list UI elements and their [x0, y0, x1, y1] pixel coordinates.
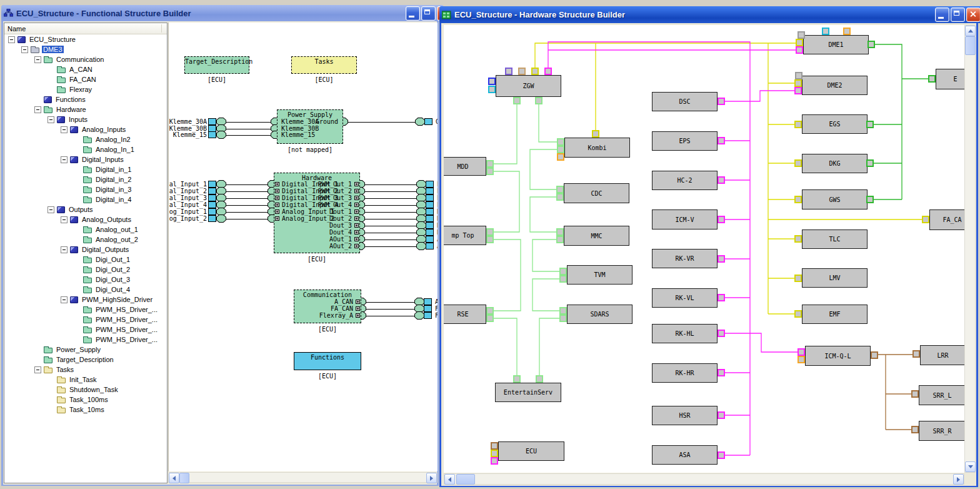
hardware-builder-titlebar[interactable]: ECU_Structure - Hardware Structure Build…	[439, 6, 980, 23]
node-TVM[interactable]: TVM	[567, 265, 632, 285]
tree-item-Digital_Outputs[interactable]: Digital_Outputs	[4, 245, 167, 255]
bus-port-y[interactable]	[794, 159, 802, 167]
bus-port-g[interactable]	[928, 75, 936, 83]
bus-port-y[interactable]	[796, 39, 803, 46]
tree-item-Tasks[interactable]: Tasks	[4, 365, 167, 375]
minimize-button[interactable]	[406, 6, 420, 21]
port-glyph[interactable]	[354, 182, 359, 186]
connector-port[interactable]	[416, 242, 426, 250]
node-DKG[interactable]: DKG	[802, 154, 868, 173]
bus-port-m[interactable]	[544, 68, 552, 75]
tree-item-Task_100ms[interactable]: Task_100ms	[4, 395, 167, 405]
bus-port-lg[interactable]	[559, 275, 567, 283]
bus-port-m[interactable]	[491, 457, 498, 465]
tree-item-Power_Supply[interactable]: Power_Supply	[4, 345, 167, 355]
hardware-hscrollbar[interactable]	[444, 473, 964, 485]
bus-port-m[interactable]	[798, 348, 805, 356]
expand-toggle[interactable]	[34, 106, 41, 113]
port-glyph[interactable]	[354, 203, 359, 207]
tree-item-PWM_HighSide_Driver[interactable]: PWM_HighSide_Driver	[4, 295, 167, 305]
port-glyph[interactable]	[354, 244, 359, 248]
signal-terminal[interactable]	[426, 215, 434, 222]
expand-toggle[interactable]	[61, 126, 68, 133]
bus-port-lg[interactable]	[486, 168, 494, 175]
expand-toggle[interactable]	[61, 246, 68, 253]
bus-port-lg[interactable]	[556, 186, 564, 193]
node-HSR[interactable]: HSR	[652, 406, 718, 425]
expand-toggle[interactable]	[61, 216, 68, 223]
port-glyph[interactable]	[356, 300, 360, 304]
bus-port-y[interactable]	[794, 121, 802, 128]
bus-port-y[interactable]	[794, 275, 802, 282]
node-RSE[interactable]: RSE	[444, 305, 486, 324]
node-LRR[interactable]: LRR	[920, 345, 964, 365]
node-SRR_L[interactable]: SRR_L	[919, 385, 964, 405]
bus-port-p[interactable]	[505, 68, 512, 75]
tree-item-PWM_HS_Driver_...[interactable]: PWM_HS_Driver_...	[4, 305, 167, 315]
scroll-up-button[interactable]	[965, 26, 976, 36]
signal-terminal[interactable]	[208, 215, 216, 222]
connector-port[interactable]	[414, 311, 424, 320]
scroll-down-button[interactable]	[965, 461, 976, 472]
node-SRR_R[interactable]: SRR_R	[919, 421, 964, 441]
signal-terminal[interactable]	[424, 312, 432, 319]
bus-port-m[interactable]	[718, 98, 725, 105]
bus-port-lg[interactable]	[556, 236, 564, 243]
bus-port-gy[interactable]	[795, 72, 802, 79]
bus-port-br[interactable]	[491, 442, 498, 450]
scroll-thumb[interactable]	[179, 473, 189, 483]
node-ECU[interactable]: ECU	[498, 441, 564, 461]
port-glyph[interactable]	[356, 313, 360, 318]
expand-toggle[interactable]	[61, 156, 68, 163]
bus-port-m[interactable]	[718, 330, 725, 337]
bus-port-br[interactable]	[871, 351, 878, 359]
bus-port-lg[interactable]	[557, 138, 564, 146]
signal-terminal[interactable]	[426, 229, 434, 236]
node-RK-HR[interactable]: RK-HR	[652, 363, 718, 383]
node-E[interactable]: E	[936, 69, 964, 89]
node-EMF[interactable]: EMF	[802, 305, 868, 324]
bus-port-lg[interactable]	[559, 315, 567, 322]
node-SDARS[interactable]: SDARS	[567, 305, 632, 324]
bus-port-m[interactable]	[718, 411, 725, 419]
signal-terminal[interactable]	[426, 243, 434, 250]
bus-port-y[interactable]	[794, 235, 802, 243]
signal-terminal[interactable]	[424, 305, 432, 312]
bus-port-o[interactable]	[798, 356, 805, 363]
tree-item-Digital_in_1[interactable]: Digital_in_1	[4, 164, 167, 174]
bus-port-lg[interactable]	[559, 307, 567, 315]
signal-terminal[interactable]	[426, 236, 434, 243]
bus-port-o[interactable]	[843, 28, 851, 35]
signal-terminal[interactable]	[208, 208, 216, 215]
port-glyph[interactable]	[356, 306, 360, 311]
tree-item-Functions[interactable]: Functions	[4, 94, 167, 104]
bus-port-lg[interactable]	[486, 315, 494, 322]
tree-item-Target_Description[interactable]: Target_Description	[4, 355, 167, 365]
bus-port-m[interactable]	[796, 46, 803, 54]
node-ICM-Q-L[interactable]: ICM-Q-L	[805, 346, 871, 366]
bus-port-lg[interactable]	[557, 146, 564, 153]
functional-hscrollbar[interactable]	[168, 472, 438, 483]
block-Functions[interactable]: Functions	[294, 352, 361, 370]
tree-item-Communication[interactable]: Communication	[4, 54, 167, 64]
node-MDD[interactable]: MDD	[444, 157, 486, 176]
node-EntertainServ[interactable]: EntertainServ	[495, 383, 561, 402]
node-ZGW[interactable]: ZGW	[496, 75, 561, 97]
minimize-button[interactable]	[935, 8, 949, 22]
bus-port-b[interactable]	[488, 78, 496, 85]
scroll-right-button[interactable]	[953, 474, 964, 485]
maximize-button[interactable]	[951, 8, 965, 22]
bus-port-lg[interactable]	[486, 307, 494, 315]
bus-port-m[interactable]	[718, 216, 725, 223]
expand-toggle[interactable]	[34, 56, 41, 63]
scroll-thumb[interactable]	[456, 474, 475, 485]
node-DME2[interactable]: DME2	[802, 76, 868, 95]
bus-port-lg[interactable]	[486, 228, 494, 236]
tree-item-Task_10ms[interactable]: Task_10ms	[4, 405, 167, 415]
tree-item-Shutdown_Task[interactable]: Shutdown_Task	[4, 385, 167, 395]
bus-port-m[interactable]	[718, 294, 725, 301]
node-HC-2[interactable]: HC-2	[652, 171, 718, 190]
signal-terminal[interactable]	[208, 131, 216, 138]
expand-toggle[interactable]	[21, 46, 28, 53]
scroll-thumb[interactable]	[965, 36, 976, 55]
